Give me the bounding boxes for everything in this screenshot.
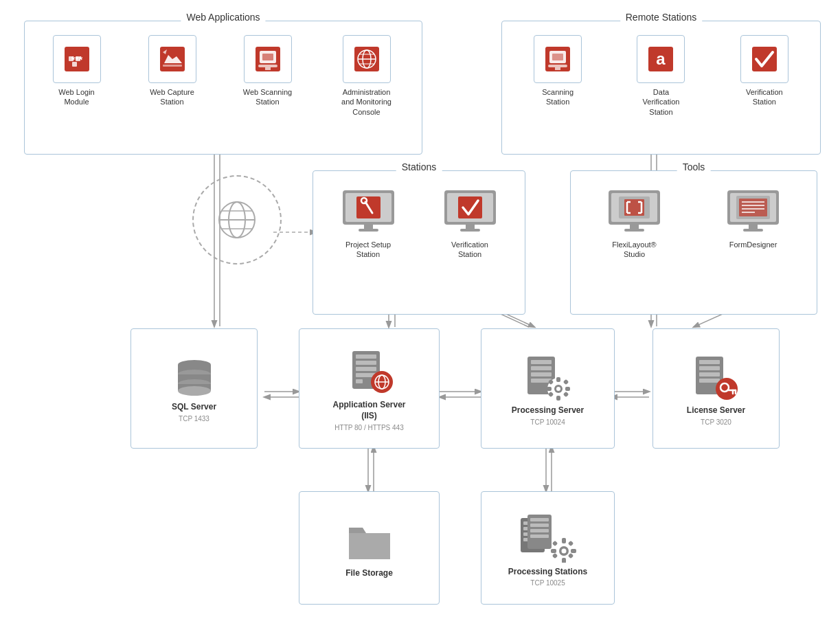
svg-rect-142 <box>562 558 566 563</box>
project-setup-label: Project SetupStation <box>345 240 391 260</box>
svg-rect-61 <box>466 225 475 229</box>
svg-rect-113 <box>565 387 570 391</box>
svg-rect-42 <box>555 67 560 70</box>
admin-console-label: Administrationand MonitoringConsole <box>341 87 391 117</box>
processing-server-title: Processing Server <box>512 405 584 416</box>
globe-area <box>192 175 282 265</box>
verification-station-label: VerificationStation <box>746 87 783 107</box>
project-setup-card: Project SetupStation <box>330 185 406 260</box>
verification-station-icon-box <box>740 35 788 83</box>
svg-point-140 <box>561 548 566 553</box>
svg-rect-26 <box>163 65 182 67</box>
svg-rect-73 <box>630 225 639 229</box>
svg-rect-135 <box>530 524 549 527</box>
svg-rect-143 <box>551 549 556 553</box>
svg-rect-111 <box>556 396 560 401</box>
web-login-card: *** Web LoginModule <box>39 35 115 107</box>
formdesigner-label: FormDesigner <box>729 240 777 249</box>
svg-text:***: *** <box>71 54 82 65</box>
project-setup-icon <box>339 187 398 238</box>
remote-stations-group: Remote Stations ScanningStation <box>501 21 821 155</box>
processing-stations-icon <box>517 511 579 563</box>
admin-console-icon-box <box>343 35 391 83</box>
stations-group: Stations <box>313 170 525 315</box>
svg-rect-103 <box>531 360 552 364</box>
web-scanning-card: Web ScanningStation <box>230 35 306 107</box>
scanning-station-icon <box>543 44 573 74</box>
svg-rect-57 <box>359 229 378 232</box>
web-capture-card: Web CaptureStation <box>135 35 210 107</box>
sql-server-icon <box>170 357 218 398</box>
svg-rect-105 <box>531 372 552 376</box>
admin-console-icon <box>352 44 382 74</box>
data-verification-icon: a <box>646 44 676 74</box>
svg-rect-122 <box>699 379 720 383</box>
sql-server-subtitle: TCP 1433 <box>179 414 209 423</box>
svg-rect-93 <box>356 354 376 359</box>
svg-rect-97 <box>356 379 363 383</box>
verif-station2-icon <box>441 187 499 238</box>
svg-point-109 <box>556 387 560 391</box>
license-server-icon <box>689 353 744 401</box>
data-verification-card: a DataVerificationStation <box>623 35 699 117</box>
svg-rect-78 <box>739 199 767 216</box>
svg-rect-120 <box>699 366 720 370</box>
svg-rect-106 <box>531 379 552 383</box>
svg-rect-141 <box>562 538 566 543</box>
license-server-box: License Server TCP 3020 <box>652 328 780 449</box>
processing-stations-box: Processing Stations TCP 10025 <box>481 491 615 605</box>
svg-point-91 <box>178 386 211 396</box>
app-server-subtitle: HTTP 80 / HTTPS 443 <box>334 423 403 432</box>
svg-rect-74 <box>624 229 644 232</box>
web-login-label: Web LoginModule <box>58 87 94 107</box>
processing-server-box: Processing Server TCP 10024 <box>481 328 615 449</box>
svg-rect-62 <box>460 229 480 232</box>
web-capture-label: Web CaptureStation <box>150 87 194 107</box>
svg-rect-83 <box>749 225 758 229</box>
data-verification-label: DataVerificationStation <box>643 87 680 117</box>
web-login-icon-box: *** <box>53 35 101 83</box>
data-verification-icon-box: a <box>637 35 685 83</box>
svg-rect-136 <box>530 529 549 532</box>
file-storage-title: File Storage <box>345 568 393 579</box>
formdesigner-icon <box>724 187 782 238</box>
svg-rect-40 <box>552 54 563 60</box>
svg-rect-95 <box>356 367 376 371</box>
svg-rect-56 <box>364 225 373 229</box>
svg-rect-29 <box>262 54 273 60</box>
svg-rect-31 <box>265 67 271 70</box>
processing-stations-title: Processing Stations <box>508 567 587 578</box>
svg-rect-121 <box>699 372 720 376</box>
stations-title: Stations <box>396 161 442 172</box>
svg-rect-94 <box>356 361 376 365</box>
svg-rect-137 <box>530 534 549 538</box>
scanning-station-card: ScanningStation <box>520 35 595 107</box>
processing-server-icon <box>521 353 576 401</box>
svg-rect-112 <box>547 387 552 391</box>
svg-rect-41 <box>548 65 567 67</box>
svg-rect-134 <box>530 518 549 521</box>
flexilayout-card: FlexiLayout®Studio <box>597 185 672 260</box>
web-applications-group: Web Applications *** Web LoginModule <box>24 21 422 155</box>
web-capture-icon <box>157 44 188 74</box>
svg-rect-119 <box>699 360 720 364</box>
verif-station2-label: VerificationStation <box>451 240 488 260</box>
verification-station-card: VerificationStation <box>727 35 802 107</box>
svg-rect-144 <box>571 549 576 553</box>
scanning-station-icon-box <box>534 35 582 83</box>
sql-server-box: SQL Server TCP 1433 <box>130 328 258 449</box>
svg-text:a: a <box>657 49 666 68</box>
web-scanning-icon <box>253 44 283 74</box>
svg-point-123 <box>716 378 738 400</box>
license-server-subtitle: TCP 3020 <box>701 418 731 427</box>
file-storage-icon <box>345 519 394 564</box>
svg-rect-84 <box>743 229 763 232</box>
tools-title: Tools <box>677 161 711 172</box>
verif-station2-card: VerificationStation <box>432 185 508 260</box>
tools-group: Tools <box>570 170 817 315</box>
web-capture-icon-box <box>148 35 196 83</box>
formdesigner-card: FormDesigner <box>716 185 791 249</box>
file-storage-box: File Storage <box>299 491 440 605</box>
diagram: Web Applications *** Web LoginModule <box>0 0 840 619</box>
app-server-icon <box>342 348 397 396</box>
